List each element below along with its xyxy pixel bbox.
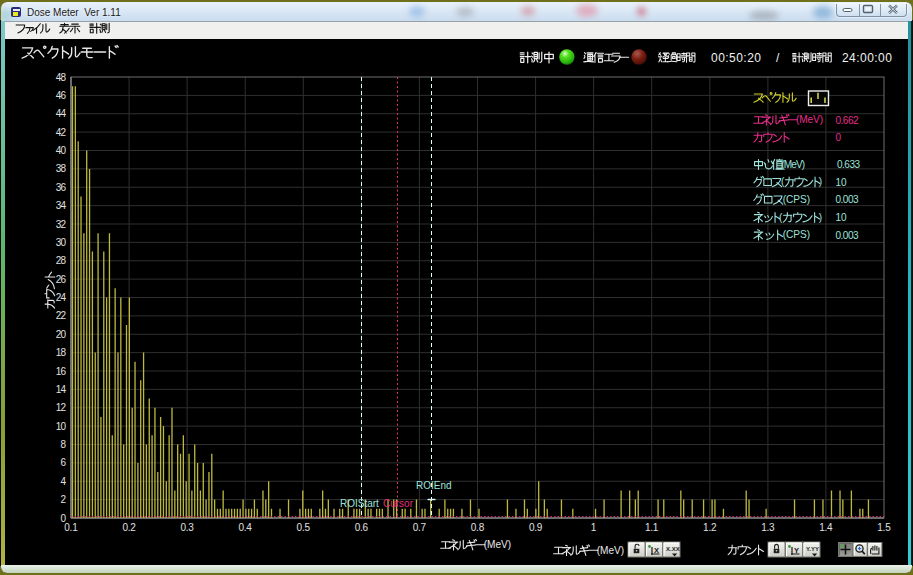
svg-text:30: 30 — [56, 237, 67, 248]
svg-text:26: 26 — [56, 274, 67, 285]
svg-text:(CPS): (CPS) — [783, 229, 810, 240]
svg-text:0.633: 0.633 — [837, 159, 860, 170]
svg-text:10: 10 — [836, 177, 847, 188]
svg-text:36: 36 — [56, 182, 67, 193]
svg-text:34: 34 — [56, 200, 67, 211]
svg-text:1.2: 1.2 — [703, 522, 717, 533]
svg-text:16: 16 — [56, 366, 67, 377]
svg-text:0.1: 0.1 — [64, 522, 78, 533]
svg-text:/: / — [776, 51, 780, 65]
svg-text:48: 48 — [56, 72, 67, 83]
svg-text:14: 14 — [56, 384, 67, 395]
svg-text:24:00:00: 24:00:00 — [842, 51, 892, 65]
svg-text:0.9: 0.9 — [529, 522, 543, 533]
svg-text:0.3: 0.3 — [180, 522, 194, 533]
svg-text:0.003: 0.003 — [836, 230, 859, 241]
svg-text:(: ( — [781, 176, 785, 187]
svg-text:44: 44 — [56, 108, 67, 119]
svg-text:1.5: 1.5 — [877, 522, 891, 533]
svg-text:X.XX: X.XX — [666, 546, 680, 552]
svg-text:0.6: 0.6 — [355, 522, 369, 533]
svg-text:1.1: 1.1 — [645, 522, 659, 533]
svg-text:0.003: 0.003 — [836, 194, 859, 205]
svg-text:10: 10 — [56, 421, 67, 432]
svg-text:18: 18 — [56, 347, 67, 358]
svg-text:X: X — [654, 546, 659, 555]
svg-text:28: 28 — [56, 255, 67, 266]
svg-text:40: 40 — [56, 145, 67, 156]
svg-text:Y.YY: Y.YY — [806, 546, 819, 552]
svg-text:46: 46 — [56, 90, 67, 101]
svg-text:(CPS): (CPS) — [783, 194, 810, 205]
svg-text:32: 32 — [56, 219, 67, 230]
svg-text:0.662: 0.662 — [836, 115, 859, 126]
svg-text:38: 38 — [56, 163, 67, 174]
svg-text:(MeV): (MeV) — [484, 539, 511, 550]
svg-text:1.3: 1.3 — [761, 522, 775, 533]
svg-text:1.4: 1.4 — [819, 522, 833, 533]
svg-text:Y: Y — [794, 546, 799, 555]
svg-text:0.8: 0.8 — [471, 522, 485, 533]
svg-text:ROIStart: ROIStart — [340, 498, 379, 509]
svg-text:0: 0 — [836, 132, 842, 143]
svg-text:24: 24 — [56, 292, 67, 303]
svg-text:): ) — [819, 212, 822, 223]
svg-text:00:50:20: 00:50:20 — [711, 51, 761, 65]
svg-text:): ) — [819, 176, 822, 187]
svg-text:0.2: 0.2 — [122, 522, 136, 533]
svg-text:0.5: 0.5 — [297, 522, 311, 533]
svg-text:6: 6 — [60, 457, 66, 468]
svg-text:2: 2 — [60, 494, 66, 505]
svg-text:42: 42 — [56, 127, 67, 138]
svg-text:0.4: 0.4 — [239, 522, 253, 533]
svg-text:22: 22 — [56, 310, 67, 321]
svg-text:0.7: 0.7 — [413, 522, 427, 533]
svg-text:1: 1 — [591, 522, 597, 533]
svg-text:8: 8 — [60, 439, 66, 450]
svg-text:4: 4 — [60, 476, 66, 487]
svg-text:(: ( — [779, 212, 783, 223]
svg-text:10: 10 — [836, 212, 847, 223]
svg-text:ROIEnd: ROIEnd — [416, 480, 452, 491]
svg-text:12: 12 — [56, 402, 67, 413]
svg-text:(MeV): (MeV) — [597, 545, 624, 556]
svg-text:(MeV): (MeV) — [796, 114, 823, 125]
svg-text:(MeV): (MeV) — [782, 159, 806, 170]
svg-text:20: 20 — [56, 329, 67, 340]
svg-text:Cursor: Cursor — [383, 498, 414, 509]
